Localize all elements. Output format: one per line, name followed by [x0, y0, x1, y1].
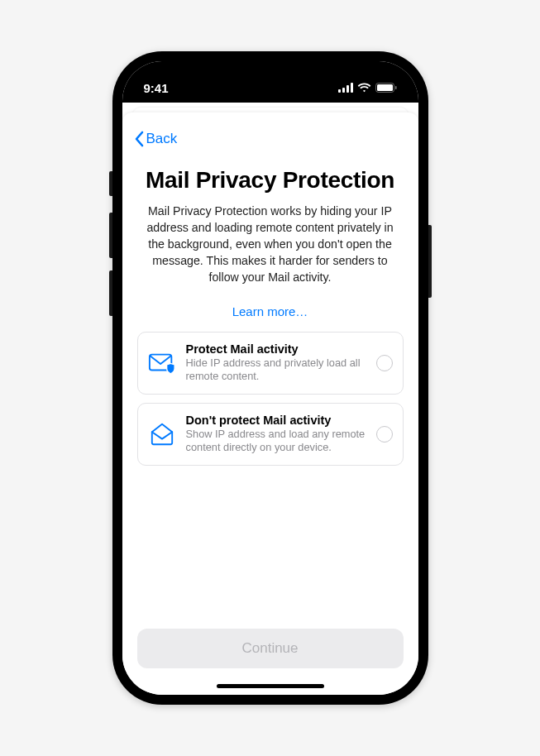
chevron-left-icon — [134, 131, 144, 147]
svg-rect-0 — [338, 89, 341, 93]
volume-down-button — [109, 270, 112, 316]
side-button — [109, 171, 112, 196]
dynamic-island — [223, 74, 318, 103]
back-button[interactable]: Back — [134, 131, 178, 147]
envelope-open-icon — [148, 420, 176, 448]
svg-rect-1 — [342, 88, 345, 93]
main-content: Mail Privacy Protection Mail Privacy Pro… — [134, 156, 407, 685]
option-description: Hide IP address and privately load all r… — [186, 356, 366, 384]
option-protect-mail[interactable]: Protect Mail activity Hide IP address an… — [137, 332, 404, 395]
phone-frame: 9:41 Back Mai — [112, 51, 428, 705]
svg-rect-2 — [346, 85, 349, 93]
option-title: Protect Mail activity — [186, 342, 366, 356]
cellular-icon — [338, 81, 353, 95]
learn-more-link[interactable]: Learn more… — [232, 304, 308, 318]
page-title: Mail Privacy Protection — [146, 167, 394, 194]
volume-up-button — [109, 213, 112, 258]
power-button — [428, 225, 432, 298]
page-description: Mail Privacy Protection works by hiding … — [137, 203, 404, 285]
option-description: Show IP address and load any remote cont… — [186, 428, 366, 455]
svg-rect-5 — [377, 84, 393, 91]
svg-rect-3 — [351, 83, 353, 93]
content-card: Back Mail Privacy Protection Mail Privac… — [122, 112, 418, 695]
status-time: 9:41 — [144, 81, 169, 95]
continue-button[interactable]: Continue — [137, 629, 404, 668]
home-indicator[interactable] — [217, 684, 324, 688]
nav-bar: Back — [134, 122, 407, 156]
option-dont-protect-mail[interactable]: Don't protect Mail activity Show IP addr… — [137, 403, 404, 466]
battery-icon — [375, 81, 397, 95]
screen: 9:41 Back Mai — [122, 61, 418, 695]
svg-rect-6 — [395, 86, 397, 89]
envelope-shield-icon — [148, 349, 176, 377]
option-text: Protect Mail activity Hide IP address an… — [186, 342, 366, 384]
option-title: Don't protect Mail activity — [186, 414, 366, 427]
radio-button[interactable] — [376, 355, 393, 371]
wifi-icon — [357, 81, 371, 95]
option-text: Don't protect Mail activity Show IP addr… — [186, 414, 366, 455]
status-right — [338, 81, 397, 95]
radio-button[interactable] — [376, 426, 393, 443]
back-label: Back — [146, 131, 178, 147]
